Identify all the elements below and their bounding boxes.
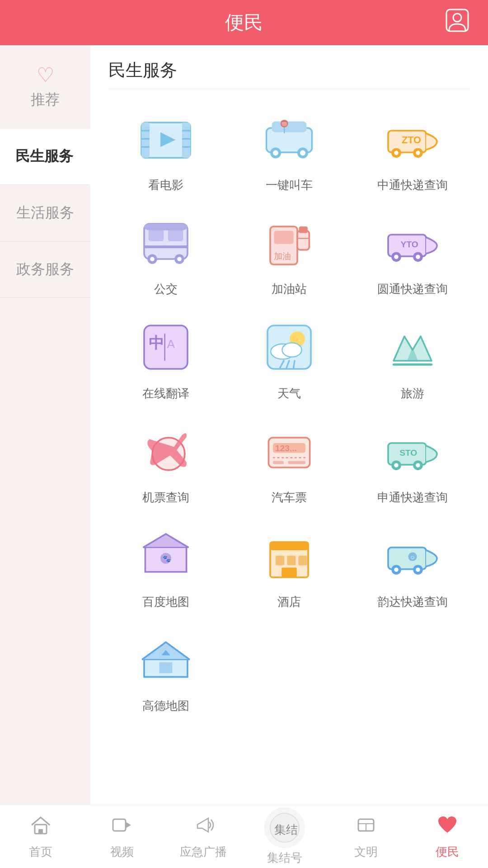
grid-item-travel[interactable]: 旅游: [356, 316, 470, 401]
svg-rect-66: [288, 461, 305, 464]
baidu-map-icon: 🐾: [134, 524, 197, 587]
service-heart-icon: [436, 814, 459, 841]
culture-label: 文明: [354, 844, 378, 860]
svg-point-69: [394, 463, 399, 468]
flight-icon: [134, 420, 197, 483]
svg-rect-37: [274, 231, 293, 244]
content-area: 民生服务: [90, 45, 488, 805]
gaode-map-label: 高德地图: [142, 698, 189, 714]
translate-label: 在线翻译: [142, 385, 189, 401]
nav-item-service[interactable]: 便民: [407, 805, 488, 868]
sidebar-item-shenghuo[interactable]: 生活服务: [0, 185, 90, 241]
yuantong-icon: YTO: [381, 211, 444, 274]
grid-item-gaode-map[interactable]: 高德地图: [108, 628, 223, 714]
svg-rect-81: [282, 567, 297, 577]
service-label: 便民: [436, 844, 459, 860]
sidebar-item-zhengwu[interactable]: 政务服务: [0, 241, 90, 298]
grid-item-shentong[interactable]: STO 申通快递查询: [356, 420, 470, 505]
svg-text:123...: 123...: [275, 443, 297, 453]
svg-rect-77: [270, 542, 308, 550]
header-title: 便民: [225, 10, 263, 35]
svg-point-16: [273, 150, 278, 156]
sidebar-item-minsheng[interactable]: 民生服务: [0, 128, 90, 185]
svg-point-84: [394, 567, 399, 572]
svg-rect-93: [113, 819, 126, 831]
svg-rect-38: [297, 231, 309, 250]
section-title: 民生服务: [108, 59, 470, 89]
bus-label: 公交: [154, 281, 178, 297]
broadcast-icon: [192, 814, 215, 841]
grid-item-yunda[interactable]: ☺ 韵达快递查询: [356, 524, 470, 610]
home-icon: [29, 814, 52, 841]
svg-text:A: A: [167, 337, 175, 351]
grid-item-bus[interactable]: 公交: [108, 211, 223, 297]
svg-point-71: [416, 463, 421, 468]
weather-label: 天气: [277, 385, 301, 401]
gas-label: 加油站: [272, 281, 307, 297]
baidu-map-label: 百度地图: [142, 594, 189, 610]
grid-item-flight[interactable]: 机票查询: [108, 420, 223, 505]
movie-label: 看电影: [148, 177, 183, 193]
bus-icon: [134, 211, 197, 274]
svg-rect-28: [148, 229, 164, 241]
nav-item-broadcast[interactable]: 应急广播: [163, 805, 244, 868]
grid-item-baidu-map[interactable]: 🐾 百度地图: [108, 524, 223, 610]
shentong-icon: STO: [381, 420, 444, 483]
svg-rect-13: [272, 122, 307, 132]
sidebar-item-minsheng-label: 民生服务: [15, 146, 73, 166]
main-layout: ♡ 推荐 民生服务 生活服务 政务服务 民生服务: [0, 45, 488, 805]
nav-item-video[interactable]: 视频: [81, 805, 163, 868]
svg-text:集结: 集结: [274, 823, 298, 836]
travel-icon: [381, 316, 444, 379]
gather-label: 集结号: [267, 850, 302, 866]
svg-text:☺: ☺: [410, 554, 415, 561]
sidebar-item-recommend[interactable]: ♡ 推荐: [0, 45, 90, 128]
svg-text:加油: 加油: [274, 251, 291, 261]
broadcast-label: 应急广播: [180, 844, 227, 860]
profile-icon[interactable]: [445, 8, 470, 38]
gas-icon: 加油: [258, 211, 321, 274]
gather-icon: 集结: [264, 807, 305, 848]
svg-text:ZTO: ZTO: [402, 134, 421, 146]
grid-item-hotel[interactable]: 酒店: [232, 524, 346, 610]
yunda-label: 韵达快递查询: [377, 594, 448, 610]
heart-icon: ♡: [37, 63, 54, 86]
bus-ticket-icon: 123...: [258, 420, 321, 483]
grid-item-yuantong[interactable]: YTO 圆通快递查询: [356, 211, 470, 297]
nav-item-culture[interactable]: 文明: [325, 805, 407, 868]
grid-item-weather[interactable]: 天气: [232, 316, 346, 401]
zhongtong-label: 中通快递查询: [377, 177, 448, 193]
bus-ticket-label: 汽车票: [272, 489, 307, 505]
flight-label: 机票查询: [142, 489, 189, 505]
svg-rect-3: [141, 123, 150, 158]
zhongtong-icon: ZTO: [381, 107, 444, 170]
svg-point-17: [300, 150, 305, 156]
svg-rect-29: [168, 229, 183, 241]
culture-icon: [355, 814, 377, 841]
svg-point-46: [416, 255, 421, 259]
svg-rect-80: [298, 556, 307, 566]
svg-text:中: 中: [148, 335, 164, 351]
grid-item-movie[interactable]: 看电影: [108, 107, 223, 193]
nav-item-home[interactable]: 首页: [0, 805, 81, 868]
grid-item-zhongtong[interactable]: ZTO 中通快递查询: [356, 107, 470, 193]
taxi-label: 一键叫车: [266, 177, 313, 193]
svg-point-23: [394, 151, 399, 155]
svg-point-44: [394, 255, 399, 259]
svg-text:YTO: YTO: [401, 240, 418, 249]
svg-rect-79: [287, 556, 296, 566]
hotel-label: 酒店: [277, 594, 301, 610]
weather-icon: [258, 316, 321, 379]
nav-item-gather[interactable]: 集结 集结号: [244, 805, 325, 868]
svg-point-34: [177, 257, 182, 262]
svg-point-55: [282, 343, 301, 357]
svg-point-86: [416, 567, 421, 572]
svg-point-25: [416, 151, 421, 155]
yunda-icon: ☺: [381, 524, 444, 587]
home-label: 首页: [29, 844, 52, 860]
grid-item-translate[interactable]: 中 A 在线翻译: [108, 316, 223, 401]
grid-item-gas[interactable]: 加油 加油站: [232, 211, 346, 297]
grid-item-taxi[interactable]: 一键叫车: [232, 107, 346, 193]
yuantong-label: 圆通快递查询: [377, 281, 448, 297]
grid-item-bus-ticket[interactable]: 123... 汽车票: [232, 420, 346, 505]
